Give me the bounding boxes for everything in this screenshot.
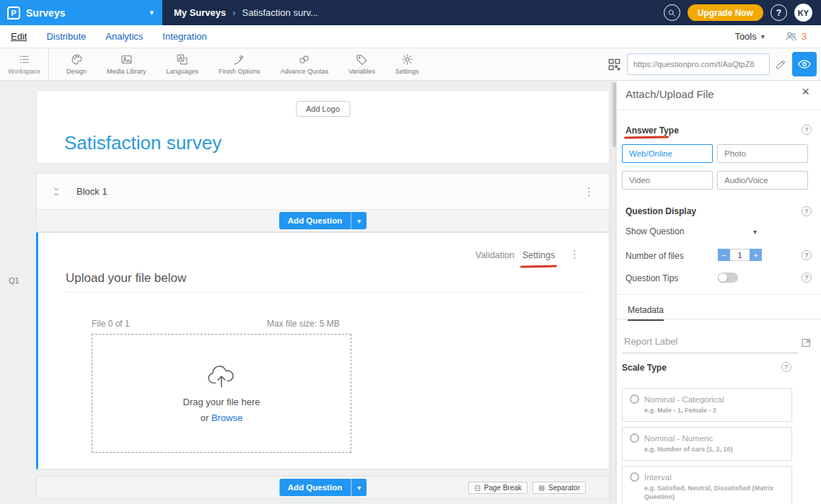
answer-type-web-online[interactable]: Web/Online <box>622 144 713 163</box>
translate-icon <box>176 53 188 66</box>
footer-actions: Page Break Separator <box>468 482 586 494</box>
vertical-scrollbar[interactable] <box>611 81 617 504</box>
help-icon[interactable]: ? <box>802 206 812 216</box>
breadcrumb-my-surveys[interactable]: My Surveys <box>174 7 226 18</box>
toolbar-item-media-library[interactable]: Media Library <box>97 48 157 80</box>
block-title[interactable]: Block 1 <box>76 186 107 197</box>
toolbar-item-settings[interactable]: Settings <box>385 48 429 80</box>
tools-menu[interactable]: Tools ▾ <box>734 31 764 42</box>
preview-button[interactable] <box>792 52 817 76</box>
toolbar-item-advance-quotas[interactable]: Advance Quotas <box>271 48 339 80</box>
radio-icon[interactable] <box>630 472 639 482</box>
show-question-dropdown[interactable]: Show Question ▾ <box>625 226 757 236</box>
question-card[interactable]: Validation Settings ⋮ Upload your file b… <box>36 232 610 469</box>
tab-settings[interactable]: Settings <box>522 250 555 260</box>
qr-code-button[interactable] <box>607 58 621 71</box>
block-menu-icon[interactable]: ⋮ <box>584 186 594 197</box>
tab-analytics[interactable]: Analytics <box>105 31 143 42</box>
questionpro-logo-icon: P <box>7 6 20 19</box>
number-of-files-label: Number of files <box>625 251 684 261</box>
collaborator-count: 3 <box>802 31 807 42</box>
increment-button[interactable]: + <box>750 249 762 261</box>
tab-integration[interactable]: Integration <box>162 31 206 42</box>
scrollbar-thumb[interactable] <box>613 82 616 147</box>
separator-label: Separator <box>548 484 580 492</box>
tab-distribute[interactable]: Distribute <box>46 31 86 42</box>
scale-option-title: Nominal - Categorical <box>644 395 724 404</box>
number-of-files-value: 1 <box>730 249 750 261</box>
surveys-product-dropdown[interactable]: P Surveys ▾ <box>0 0 162 25</box>
add-question-dropdown-icon[interactable]: ▾ <box>351 212 366 229</box>
browse-row: or Browse <box>201 412 243 423</box>
question-menu-icon[interactable]: ⋮ <box>569 249 580 260</box>
question-divider <box>66 292 585 293</box>
toolbar-item-label: Settings <box>395 68 419 75</box>
toolbar-item-label: Advance Quotas <box>281 68 329 75</box>
block-add-question-bar: Add Question ▾ <box>37 209 609 231</box>
toolbar-item-finish-options[interactable]: Finish Options <box>208 48 271 80</box>
palette-icon <box>71 53 83 66</box>
scale-option-nominal-numeric[interactable]: Nominal - Numeric e.g. Number of cars (1… <box>622 427 792 461</box>
workspace-icon <box>18 53 30 66</box>
toolbar-item-design[interactable]: Design <box>56 48 97 80</box>
edit-url-button[interactable] <box>776 59 786 70</box>
add-logo-button[interactable]: Add Logo <box>296 101 350 117</box>
scale-option-example: e.g. Satisfied, Neutral, Dissatisfied (M… <box>644 484 784 501</box>
scale-option-interval[interactable]: Interval e.g. Satisfied, Neutral, Dissat… <box>622 466 792 504</box>
help-icon[interactable]: ? <box>781 362 791 372</box>
report-label-input[interactable] <box>622 335 799 353</box>
breadcrumb-separator-icon: › <box>232 7 235 18</box>
browse-link[interactable]: Browse <box>211 412 242 423</box>
metadata-tab-border <box>617 319 821 319</box>
collapse-block-icon[interactable] <box>51 187 61 197</box>
help-button[interactable]: ? <box>770 4 787 21</box>
survey-header-card: Add Logo Satisfaction survey <box>36 90 610 164</box>
scale-option-title: Interval <box>644 473 672 482</box>
answer-type-audio-voice[interactable]: Audio/Voice <box>717 171 808 190</box>
survey-url-input[interactable] <box>633 60 763 68</box>
answer-type-photo[interactable]: Photo <box>717 144 808 163</box>
separator-button[interactable]: Separator <box>532 482 586 494</box>
gear-icon <box>401 53 413 66</box>
avatar[interactable]: KY <box>794 4 812 22</box>
tab-edit[interactable]: Edit <box>11 31 27 42</box>
search-button[interactable] <box>664 4 680 21</box>
annotation-underline-settings <box>520 265 557 268</box>
toolbar-item-variables[interactable]: Variables <box>338 48 385 80</box>
scale-option-nominal-categorical[interactable]: Nominal - Categorical e.g. Male - 1, Fem… <box>622 388 792 422</box>
radio-icon[interactable] <box>630 394 639 404</box>
survey-title[interactable]: Satisfaction survey <box>64 132 221 154</box>
question-text[interactable]: Upload your file below <box>66 271 186 286</box>
add-question-dropdown-icon[interactable]: ▾ <box>351 479 366 496</box>
panel-divider <box>617 294 821 295</box>
question-settings-panel: Attach/Upload File × Answer Type ? Web/O… <box>617 81 821 504</box>
answer-type-video[interactable]: Video <box>622 171 713 190</box>
add-question-label[interactable]: Add Question <box>279 212 351 229</box>
upgrade-now-button[interactable]: Upgrade Now <box>688 4 763 21</box>
tools-label: Tools <box>734 31 756 42</box>
add-question-button-bottom[interactable]: Add Question ▾ <box>279 479 366 496</box>
topbar: P Surveys ▾ My Surveys › Satisfaction su… <box>0 0 821 25</box>
radio-icon[interactable] <box>630 433 639 443</box>
toolbar-item-languages[interactable]: Languages <box>157 48 209 80</box>
close-icon[interactable]: × <box>802 84 809 100</box>
file-dropzone[interactable]: Drag your file here or Browse <box>92 334 351 453</box>
add-question-label[interactable]: Add Question <box>279 479 351 496</box>
help-icon[interactable]: ? <box>802 273 812 283</box>
chevron-down-icon: ▾ <box>761 32 765 40</box>
survey-canvas: Add Logo Satisfaction survey Block 1 ⋮ A… <box>0 81 617 504</box>
decrement-button[interactable]: − <box>718 249 730 261</box>
file-count-label: File 0 of 1 <box>92 319 130 329</box>
drop-hint-text: Drag your file here <box>183 397 260 407</box>
collaborators-button[interactable]: 3 <box>785 30 807 43</box>
expand-report-label-button[interactable] <box>802 338 811 348</box>
toolbar-item-label: Variables <box>348 68 375 75</box>
help-icon[interactable]: ? <box>802 250 812 260</box>
toolbar-item-workspace[interactable]: Workspace <box>0 48 49 80</box>
page-break-button[interactable]: Page Break <box>468 482 527 494</box>
add-question-button[interactable]: Add Question ▾ <box>279 212 366 229</box>
image-icon <box>120 53 133 66</box>
help-icon[interactable]: ? <box>802 125 812 135</box>
tab-validation[interactable]: Validation <box>475 250 514 260</box>
question-tips-toggle[interactable] <box>718 273 738 283</box>
